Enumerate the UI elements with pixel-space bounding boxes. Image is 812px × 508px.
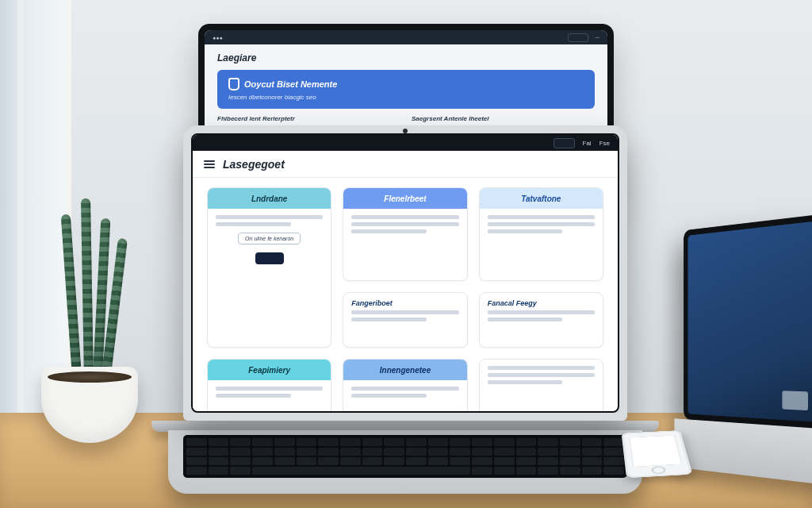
back-brand: Laegiare	[217, 52, 595, 64]
back-hero-title: Ooycut Biset Nemente	[244, 79, 337, 89]
topbar-btn-3[interactable]: Fse	[599, 140, 610, 147]
back-hero-banner: Ooycut Biset Nemente Iescen dbetconorer …	[217, 70, 595, 109]
topbar-left	[201, 140, 202, 147]
laptop-base	[168, 430, 642, 494]
hamburger-icon[interactable]	[204, 160, 215, 168]
topbar-btn-2[interactable]: Fal	[583, 140, 592, 147]
card-7[interactable]: Innengenetee	[343, 359, 467, 411]
card-5-subtitle: Fanacal Feegy	[488, 299, 595, 307]
card-1-outline-button[interactable]: On uline fe kenaron	[238, 233, 301, 244]
side-laptop	[684, 214, 812, 484]
card-6[interactable]: Feapimiery	[207, 359, 331, 411]
back-col1-heading: Fhibecerd lent Rerlerptetr	[217, 115, 400, 122]
side-laptop-screen	[688, 221, 812, 422]
card-2[interactable]: Flenelrbeet	[343, 187, 467, 281]
keyboard[interactable]	[183, 435, 627, 478]
back-monitor-topbar: ●●● ···	[205, 30, 607, 44]
laptop-brand: Lasegegoet	[223, 158, 285, 171]
card-5[interactable]: Fanacal Feegy	[479, 292, 603, 348]
card-3[interactable]: Tatvaftone	[479, 187, 603, 281]
phone	[622, 430, 693, 478]
card-4[interactable]: Fangeriboet	[343, 292, 467, 348]
card-1-solid-button[interactable]	[255, 252, 284, 264]
shield-icon	[228, 78, 239, 90]
front-laptop: Fal Fse Lasegegoet Lndrdane On uline fe …	[151, 125, 660, 498]
back-col2-heading: Saegrsent Antenle Iheetel	[412, 115, 595, 122]
card-2-title: Flenelrbeet	[343, 188, 466, 209]
card-grid: Lndrdane On uline fe kenaron Flenelrbeet	[193, 178, 618, 411]
laptop-header: Lasegegoet	[193, 151, 618, 178]
card-6-title: Feapimiery	[208, 360, 331, 380]
card-1[interactable]: Lndrdane On uline fe kenaron	[207, 187, 331, 348]
card-1-title: Lndrdane	[208, 188, 331, 209]
laptop-topbar: Fal Fse	[193, 135, 618, 151]
topbar-chip[interactable]	[568, 33, 588, 42]
card-8[interactable]	[479, 359, 603, 411]
back-hero-subtitle: Iescen dbetconorer biacgic seo	[228, 94, 584, 101]
card-7-title: Innengenetee	[343, 360, 466, 380]
card-3-title: Tatvaftone	[480, 188, 603, 209]
card-4-subtitle: Fangeriboet	[351, 299, 458, 307]
topbar-pill-1[interactable]	[553, 138, 575, 148]
